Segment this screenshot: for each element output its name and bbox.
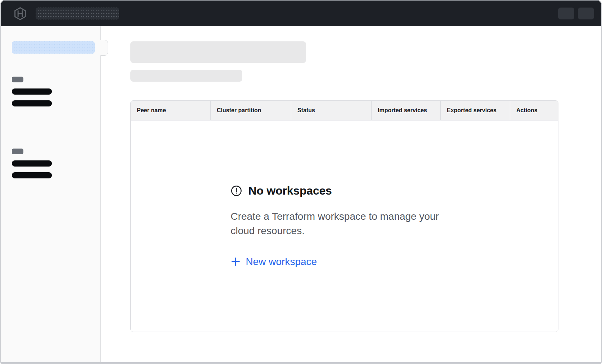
- column-header-status: Status: [291, 101, 372, 120]
- page-title-placeholder: [130, 41, 306, 63]
- topbar-actions: [558, 8, 594, 19]
- alert-circle-icon: [231, 185, 242, 196]
- new-workspace-label: New workspace: [246, 256, 317, 268]
- sidebar-item-placeholder[interactable]: [12, 160, 52, 167]
- column-header-peer-name: Peer name: [131, 101, 211, 120]
- empty-state-description: Create a Terraform workspace to manage y…: [231, 209, 458, 238]
- column-header-exported-services: Exported services: [441, 101, 510, 120]
- empty-state-title: No workspaces: [248, 184, 332, 197]
- page-subtitle-placeholder: [130, 70, 242, 82]
- column-header-cluster-partition: Cluster partition: [211, 101, 291, 120]
- main-content: Peer name Cluster partition Status Impor…: [101, 26, 601, 362]
- sidebar-item-placeholder[interactable]: [12, 100, 52, 106]
- new-workspace-button[interactable]: New workspace: [231, 256, 317, 268]
- sidebar-item-placeholder[interactable]: [12, 172, 52, 178]
- app-body: Peer name Cluster partition Status Impor…: [1, 26, 601, 362]
- app-window: Peer name Cluster partition Status Impor…: [0, 0, 602, 364]
- sidebar-section-heading-placeholder: [12, 77, 23, 82]
- column-header-actions: Actions: [510, 101, 558, 120]
- empty-state-header: No workspaces: [231, 184, 458, 197]
- table-header-row: Peer name Cluster partition Status Impor…: [131, 101, 558, 120]
- topbar-button-placeholder-1[interactable]: [558, 8, 574, 19]
- sidebar-section-heading-placeholder: [12, 149, 23, 154]
- plus-icon: [231, 257, 241, 267]
- sidebar-flyout-tab[interactable]: [100, 40, 108, 56]
- top-nav-loading-placeholder[interactable]: [36, 8, 119, 19]
- column-header-imported-services: Imported services: [372, 101, 441, 120]
- topbar-button-placeholder-2[interactable]: [578, 8, 594, 19]
- hashicorp-logo: [13, 7, 27, 21]
- sidebar-item-placeholder[interactable]: [12, 88, 52, 95]
- sidebar-active-item-placeholder[interactable]: [12, 41, 95, 54]
- sidebar: [1, 26, 101, 362]
- table-body: No workspaces Create a Terraform workspa…: [131, 120, 558, 332]
- empty-state: No workspaces Create a Terraform workspa…: [231, 184, 458, 268]
- top-navigation-bar: [1, 1, 601, 26]
- workspaces-table: Peer name Cluster partition Status Impor…: [130, 100, 558, 332]
